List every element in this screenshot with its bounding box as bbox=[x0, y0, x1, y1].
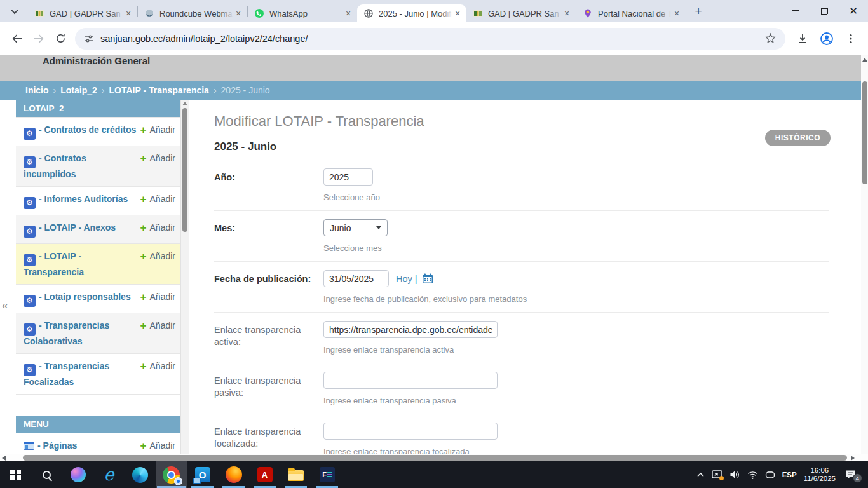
taskbar-firma-button[interactable]: F bbox=[311, 461, 342, 488]
action-center-button[interactable]: 4 bbox=[845, 470, 857, 480]
sidebar-item-contratos-incumplidos[interactable]: ⚙- Contratos incumplidos +Añadir bbox=[16, 146, 180, 186]
tab-roundcube[interactable]: Roundcube Webmail × bbox=[138, 4, 247, 22]
tab-whatsapp[interactable]: WhatsApp × bbox=[248, 4, 357, 22]
scrollbar-thumb[interactable] bbox=[23, 455, 847, 461]
tab-search-button[interactable] bbox=[5, 3, 24, 20]
bookmark-star-icon[interactable] bbox=[764, 32, 776, 44]
historico-button[interactable]: HISTÓRICO bbox=[765, 130, 831, 146]
sidebar-item-label[interactable]: - LOTAIP - Anexos bbox=[39, 222, 116, 233]
site-header-title: Administración General bbox=[43, 55, 150, 66]
taskbar-edge-button[interactable] bbox=[125, 461, 156, 488]
add-link[interactable]: +Añadir bbox=[140, 124, 175, 135]
sidebar-item-lotaip-responsables[interactable]: ⚙- Lotaip responsables +Añadir bbox=[16, 284, 180, 313]
add-link[interactable]: +Añadir bbox=[140, 193, 175, 204]
tray-meet-now-button[interactable] bbox=[765, 471, 775, 479]
tray-expand-button[interactable] bbox=[696, 471, 705, 478]
back-button[interactable] bbox=[6, 28, 28, 50]
fecha-input[interactable] bbox=[323, 270, 389, 287]
breadcrumb-app-link[interactable]: LOTAIP - Transparencia bbox=[109, 85, 208, 95]
add-link[interactable]: +Añadir bbox=[140, 360, 175, 371]
new-tab-button[interactable]: + bbox=[689, 3, 707, 20]
tray-cast-button[interactable] bbox=[712, 470, 722, 479]
sidebar-item-transparencias-focalizadas[interactable]: ⚙- Transparencias Focalizadas +Añadir bbox=[16, 353, 180, 394]
enlace-focalizada-input[interactable] bbox=[323, 423, 498, 440]
firefox-icon bbox=[226, 466, 242, 483]
ano-input[interactable] bbox=[323, 168, 373, 186]
calendar-icon[interactable] bbox=[422, 273, 433, 284]
minimize-button[interactable] bbox=[780, 0, 810, 22]
scroll-right-arrow-icon[interactable] bbox=[851, 456, 855, 461]
start-button[interactable] bbox=[0, 461, 31, 488]
tab-close-icon[interactable]: × bbox=[562, 8, 572, 18]
download-button[interactable] bbox=[792, 28, 813, 50]
sidebar-scrollbar[interactable] bbox=[181, 100, 189, 454]
mes-selected-value: Junio bbox=[330, 223, 351, 233]
breadcrumb-home-link[interactable]: Inicio bbox=[25, 85, 49, 95]
tab-gad-2[interactable]: GAD | GADPR San Ju × bbox=[466, 4, 576, 22]
taskbar-internet-explorer-button[interactable]: e bbox=[93, 461, 125, 488]
clock[interactable]: 16:06 11/6/2025 bbox=[804, 466, 836, 484]
scroll-left-arrow-icon[interactable] bbox=[2, 456, 6, 461]
enlace-activa-input[interactable] bbox=[323, 321, 498, 338]
page-vertical-scrollbar[interactable] bbox=[861, 55, 868, 454]
url-bar[interactable]: sanjuan.gob.ec/admin/lotaip_2/lotaipv2/2… bbox=[75, 28, 785, 50]
tab-close-icon[interactable]: × bbox=[123, 8, 133, 18]
tab-gad-1[interactable]: GAD | GADPR San Ju × bbox=[28, 4, 137, 22]
pages-icon bbox=[24, 442, 34, 450]
chrome-menu-button[interactable] bbox=[840, 28, 862, 50]
add-link[interactable]: +Añadir bbox=[140, 440, 175, 451]
language-indicator[interactable]: ESP bbox=[782, 471, 797, 478]
add-link[interactable]: +Añadir bbox=[140, 222, 175, 233]
taskbar-copilot-button[interactable] bbox=[62, 461, 93, 488]
taskbar-acrobat-button[interactable]: A bbox=[249, 461, 280, 488]
sidebar-item-lotaip-anexos[interactable]: ⚙- LOTAIP - Anexos +Añadir bbox=[16, 215, 180, 243]
sidebar-item-label[interactable]: - Páginas bbox=[37, 440, 77, 451]
add-link[interactable]: +Añadir bbox=[140, 320, 175, 330]
gear-icon: ⚙ bbox=[24, 295, 36, 307]
restore-button[interactable] bbox=[810, 0, 839, 22]
taskbar-search-button[interactable] bbox=[31, 461, 62, 488]
today-link[interactable]: Hoy | bbox=[396, 274, 417, 284]
tab-portal[interactable]: Portal Nacional de Tr × bbox=[576, 4, 686, 22]
tray-wifi-button[interactable] bbox=[747, 471, 758, 479]
tab-close-icon[interactable]: × bbox=[343, 8, 353, 18]
taskbar-outlook-button[interactable]: O bbox=[187, 461, 218, 488]
sidebar-item-label[interactable]: - Transparencias Focalizadas bbox=[24, 361, 109, 387]
enlace-pasiva-input[interactable] bbox=[323, 372, 498, 389]
scroll-up-arrow-icon[interactable] bbox=[862, 58, 867, 62]
url-text[interactable]: sanjuan.gob.ec/admin/lotaip_2/lotaipv2/2… bbox=[100, 34, 764, 44]
sidebar-item-label[interactable]: - Contratos de créditos bbox=[39, 125, 136, 135]
mes-select[interactable]: Junio bbox=[323, 219, 388, 236]
sidebar-item-label[interactable]: - Transparencias Colaborativas bbox=[24, 320, 109, 346]
breadcrumb-section-link[interactable]: Lotaip_2 bbox=[60, 85, 97, 95]
add-link[interactable]: +Añadir bbox=[140, 291, 175, 302]
close-window-button[interactable]: ✕ bbox=[839, 0, 868, 22]
taskbar-file-explorer-button[interactable] bbox=[280, 461, 311, 488]
profile-button[interactable] bbox=[816, 28, 837, 50]
scroll-up-arrow-icon[interactable] bbox=[182, 102, 187, 105]
tab-active-lotaip[interactable]: 2025 - Junio | Modific × bbox=[357, 4, 466, 22]
sidebar-item-label[interactable]: - Informes Auditorías bbox=[39, 194, 128, 204]
page-horizontal-scrollbar[interactable] bbox=[0, 454, 868, 461]
tab-close-icon[interactable]: × bbox=[452, 8, 463, 18]
scrollbar-thumb[interactable] bbox=[862, 81, 867, 184]
roundcube-icon bbox=[144, 8, 154, 18]
taskbar-chrome-button[interactable] bbox=[156, 461, 187, 488]
sidebar-item-lotaip-transparencia[interactable]: ⚙- LOTAIP - Transparencia +Añadir bbox=[16, 243, 180, 284]
taskbar-firefox-button[interactable] bbox=[218, 461, 249, 488]
scrollbar-thumb[interactable] bbox=[182, 108, 187, 232]
sidebar-item-label[interactable]: - Lotaip responsables bbox=[39, 292, 131, 302]
tab-close-icon[interactable]: × bbox=[672, 8, 682, 18]
tab-close-icon[interactable]: × bbox=[233, 8, 243, 18]
sidebar-item-transparencias-colaborativas[interactable]: ⚙- Transparencias Colaborativas +Añadir bbox=[16, 313, 180, 353]
back-arrow-icon bbox=[11, 32, 24, 45]
sidebar-item-contratos-creditos[interactable]: ⚙- Contratos de créditos +Añadir bbox=[16, 117, 180, 146]
reload-button[interactable] bbox=[50, 28, 71, 50]
sidebar-item-informes-auditorias[interactable]: ⚙- Informes Auditorías +Añadir bbox=[16, 186, 180, 215]
sidebar-collapse-button[interactable]: « bbox=[2, 299, 8, 312]
tray-volume-button[interactable] bbox=[729, 470, 740, 479]
add-link[interactable]: +Añadir bbox=[140, 152, 175, 163]
forward-button[interactable] bbox=[28, 28, 50, 50]
add-link[interactable]: +Añadir bbox=[140, 250, 175, 261]
sidebar-item-paginas[interactable]: - Páginas +Añadir bbox=[16, 433, 180, 454]
